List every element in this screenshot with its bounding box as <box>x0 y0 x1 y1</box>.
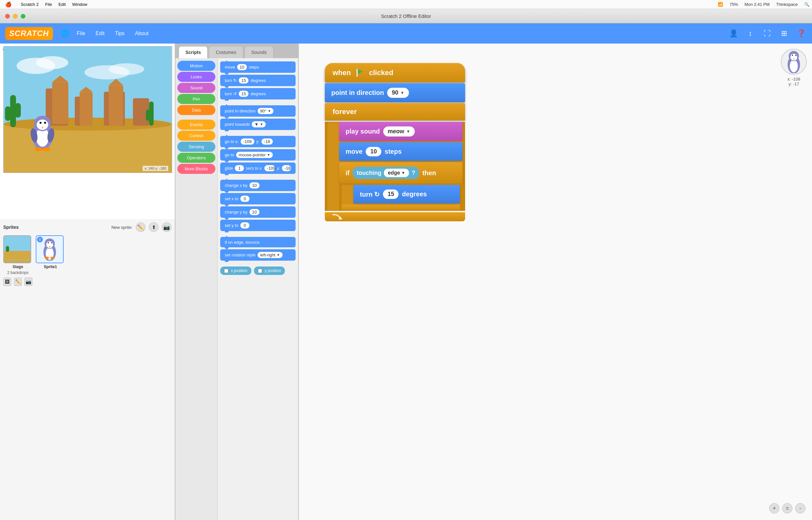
move-input[interactable]: 10 <box>366 147 381 156</box>
when-clicked-block[interactable]: when clicked <box>325 63 465 82</box>
cat-data[interactable]: Data <box>177 105 215 115</box>
block-turn-cw[interactable]: turn ↻ 15 degrees <box>220 75 296 86</box>
app-menu-edit[interactable]: Edit <box>56 1 68 7</box>
close-button[interactable] <box>5 14 10 19</box>
block-go-xy[interactable]: go to x: -109 y: -18 <box>220 136 296 147</box>
block-glide-x[interactable]: -109 <box>264 165 275 171</box>
nav-edit[interactable]: Edit <box>91 29 109 38</box>
block-glide-to: secs to x: <box>246 166 262 171</box>
block-chgx-input[interactable]: 10 <box>249 182 259 188</box>
fullscreen-icon[interactable]: ⛶ <box>761 28 773 39</box>
if-top[interactable]: if touching edge ▼ ? <box>339 162 463 184</box>
sprite-info-btn[interactable]: i <box>37 237 43 242</box>
move-block[interactable]: move 10 steps <box>339 142 463 161</box>
turn-input[interactable]: 15 <box>383 189 398 199</box>
zoom-out-button[interactable]: - <box>795 503 806 514</box>
block-sety-input[interactable]: 0 <box>240 222 249 229</box>
block-set-y[interactable]: set y to 0 <box>220 220 296 231</box>
tab-costumes[interactable]: Costumes <box>209 46 243 58</box>
script-canvas[interactable]: when clicked point in direction 90 ▼ <box>299 44 812 520</box>
block-move-input[interactable]: 10 <box>237 64 247 70</box>
y-pos-checkbox[interactable] <box>258 269 262 273</box>
block-point-direction[interactable]: point in direction 90° <box>220 105 296 117</box>
nav-file[interactable]: File <box>73 29 90 38</box>
sound-dropdown[interactable]: meow ▼ <box>383 126 415 136</box>
cat-motion[interactable]: Motion <box>177 61 215 71</box>
block-move-steps[interactable]: move 10 steps <box>220 61 296 73</box>
cat-looks[interactable]: Looks <box>177 72 215 82</box>
cat-control[interactable]: Control <box>177 131 215 141</box>
nav-about[interactable]: About <box>131 29 153 38</box>
block-y-pos[interactable]: y position <box>254 266 285 275</box>
cat-operators[interactable]: Operators <box>177 153 215 163</box>
paint-sprite-button[interactable]: ✏️ <box>136 222 145 232</box>
touching-block[interactable]: touching edge ▼ ? <box>353 167 419 179</box>
block-change-y[interactable]: change y by 10 <box>220 206 296 218</box>
cat-more-blocks[interactable]: More Blocks <box>177 164 215 174</box>
block-point-towards[interactable]: point towards ▼ <box>220 119 296 130</box>
tab-sounds[interactable]: Sounds <box>245 46 274 58</box>
app-menu-scratch[interactable]: Scratch 2 <box>18 1 41 7</box>
stage-canvas[interactable] <box>3 46 172 173</box>
arrow-icon[interactable]: ↕ <box>745 28 756 39</box>
block-turn-ccw[interactable]: turn ↺ 15 degrees <box>220 88 296 100</box>
tab-scripts[interactable]: Scripts <box>179 46 207 58</box>
block-glide[interactable]: glide 1 secs to x: -109 y: -18 <box>220 162 296 174</box>
play-sound-block[interactable]: play sound meow ▼ <box>339 122 463 141</box>
cat-events[interactable]: Events <box>177 120 215 130</box>
block-turn-ccw-input[interactable]: 15 <box>239 91 249 97</box>
block-setx-input[interactable]: 0 <box>240 196 249 202</box>
block-change-x[interactable]: change x by 10 <box>220 180 296 191</box>
upload-sprite-button[interactable]: ⬆ <box>149 222 159 232</box>
block-rotation-style[interactable]: set rotation style left-right <box>220 249 296 261</box>
block-point-towards-dropdown[interactable]: ▼ <box>252 121 266 127</box>
block-goxy-x[interactable]: -109 <box>241 138 254 145</box>
globe-icon[interactable]: 🌐 <box>59 28 71 39</box>
block-turn-cw-input[interactable]: 15 <box>239 77 249 83</box>
app-toolbar: 👤 ↕ ⛶ ⊞ ❓ <box>728 28 807 39</box>
svg-point-47 <box>48 242 49 243</box>
point-direction-block[interactable]: point in direction 90 ▼ <box>325 83 465 102</box>
maximize-button[interactable] <box>21 14 25 19</box>
edge-dropdown[interactable]: edge ▼ <box>384 169 409 177</box>
block-goxy-y[interactable]: -18 <box>261 138 273 145</box>
block-glide-secs[interactable]: 1 <box>235 165 244 171</box>
cat-sound[interactable]: Sound <box>177 83 215 93</box>
zoom-in-button[interactable]: + <box>769 503 780 514</box>
stage-cam-btn[interactable]: 📷 <box>24 278 32 286</box>
block-x-pos[interactable]: x position <box>220 266 251 275</box>
x-pos-checkbox[interactable] <box>224 269 228 273</box>
apple-menu[interactable]: 🍎 <box>3 1 14 8</box>
person-icon[interactable]: 👤 <box>728 28 739 39</box>
search-icon[interactable]: 🔍 <box>804 2 809 7</box>
block-go-to[interactable]: go to mouse-pointer <box>220 149 296 160</box>
sprite1-item[interactable]: i <box>36 235 65 286</box>
app-nav: 🌐 File Edit Tips About <box>59 28 153 39</box>
app-menu-file[interactable]: File <box>43 1 55 7</box>
stage-paint-btn[interactable]: 🖼 <box>3 278 11 286</box>
cat-sensing[interactable]: Sensing <box>177 142 215 152</box>
forever-top[interactable]: forever <box>325 103 465 121</box>
block-set-x[interactable]: set x to 0 <box>220 193 296 204</box>
zoom-reset-button[interactable]: = <box>782 503 792 514</box>
help-icon[interactable]: ❓ <box>795 28 807 39</box>
app-menu-window[interactable]: Window <box>69 1 90 7</box>
grid-icon[interactable]: ⊞ <box>778 28 790 39</box>
nav-tips[interactable]: Tips <box>110 29 129 38</box>
zoom-controls: + = - <box>769 503 806 514</box>
block-point-dir-dropdown[interactable]: 90° <box>258 108 274 114</box>
block-chgy-input[interactable]: 10 <box>249 209 259 215</box>
cat-pen[interactable]: Pen <box>177 94 215 104</box>
stage-edit-btn[interactable]: ✏️ <box>14 278 22 286</box>
block-goto-dropdown[interactable]: mouse-pointer <box>236 152 273 158</box>
minimize-button[interactable] <box>13 14 18 19</box>
block-rotstyle-dropdown[interactable]: left-right <box>258 252 283 258</box>
turn-block[interactable]: turn ↻ 15 degrees <box>354 185 460 204</box>
flag-icon-block <box>355 68 364 77</box>
block-glide-y[interactable]: -18 <box>282 165 291 171</box>
svg-rect-13 <box>80 92 92 126</box>
direction-dropdown[interactable]: 90 ▼ <box>387 88 409 98</box>
stage-sprite-item[interactable]: Stage 2 backdrops 🖼 ✏️ 📷 <box>3 235 32 286</box>
camera-sprite-button[interactable]: 📷 <box>162 222 171 232</box>
block-bounce[interactable]: if on edge, bounce <box>220 237 296 247</box>
